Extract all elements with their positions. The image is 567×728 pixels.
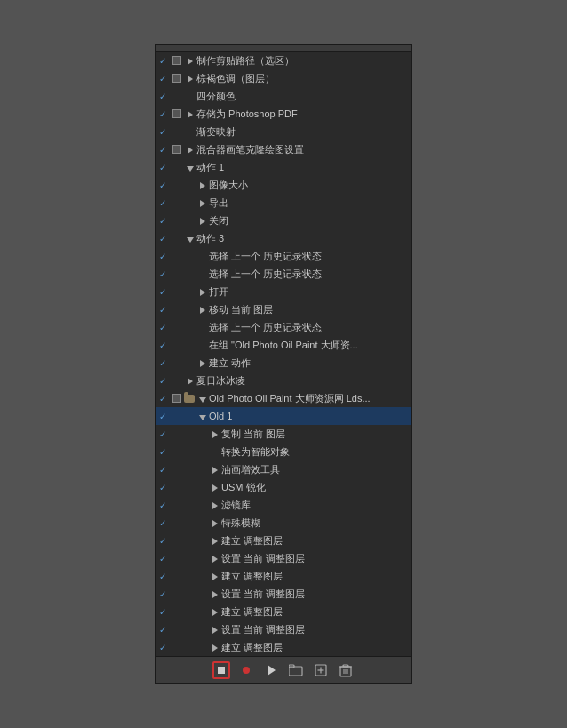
expand-col-r18[interactable]: [196, 355, 209, 371]
triangle-right-icon: [188, 76, 193, 83]
action-row-r19[interactable]: ✓夏日冰冰凌: [156, 372, 411, 389]
expand-col-r22[interactable]: [209, 426, 221, 442]
record-button[interactable]: [237, 661, 255, 679]
check-mark-r7: ✓: [156, 163, 170, 172]
delete-button[interactable]: [337, 661, 355, 679]
triangle-down-icon: [199, 397, 206, 403]
expand-col-r26[interactable]: [209, 497, 221, 513]
action-row-r27[interactable]: ✓特殊模糊: [156, 514, 411, 532]
expand-col-r6[interactable]: [184, 141, 196, 157]
check-mark-r29: ✓: [156, 554, 170, 564]
action-row-r26[interactable]: ✓滤镜库: [156, 496, 411, 514]
expand-col-r24[interactable]: [209, 461, 221, 477]
expand-col-r21[interactable]: [196, 408, 209, 424]
action-icon-r1: [172, 56, 181, 65]
action-row-r8[interactable]: ✓图像大小: [156, 176, 411, 194]
action-row-r20[interactable]: ✓Old Photo Oil Paint 大师资源网 Lds...: [156, 389, 411, 407]
expand-col-r32[interactable]: [209, 604, 221, 620]
action-row-r34[interactable]: ✓建立 调整图层: [156, 638, 411, 656]
action-row-r13[interactable]: ✓选择 上一个 历史记录状态: [156, 265, 411, 283]
expand-col-r9[interactable]: [196, 195, 209, 211]
action-row-r23[interactable]: ✓转换为智能对象: [156, 443, 411, 460]
expand-col-r34[interactable]: [209, 639, 221, 655]
row-label-r20: Old Photo Oil Paint 大师资源网 Lds...: [209, 392, 408, 405]
action-row-r25[interactable]: ✓USM 锐化: [156, 478, 411, 496]
rect-col-r2: [170, 70, 184, 86]
check-mark-r19: ✓: [156, 376, 170, 386]
expand-col-r7[interactable]: [184, 159, 196, 175]
new-action-button[interactable]: [312, 661, 330, 679]
expand-col-r25[interactable]: [209, 479, 221, 495]
rect-col-r1: [170, 52, 184, 68]
action-row-r16[interactable]: ✓选择 上一个 历史记录状态: [156, 318, 411, 336]
action-row-r4[interactable]: ✓存储为 Photoshop PDF: [156, 105, 411, 123]
expand-col-r2[interactable]: [184, 70, 196, 86]
check-mark-r18: ✓: [156, 358, 170, 368]
action-row-r30[interactable]: ✓建立 调整图层: [156, 567, 411, 585]
action-row-r5[interactable]: ✓渐变映射: [156, 123, 411, 140]
action-row-r29[interactable]: ✓设置 当前 调整图层: [156, 549, 411, 567]
action-row-r21[interactable]: ✓Old 1: [156, 407, 411, 425]
expand-col-r11[interactable]: [184, 230, 196, 246]
expand-col-r27[interactable]: [209, 515, 221, 531]
action-icon-r20: [172, 394, 181, 403]
expand-col-r28[interactable]: [209, 532, 221, 548]
action-row-r28[interactable]: ✓建立 调整图层: [156, 532, 411, 549]
folder-create-icon: [289, 664, 303, 676]
expand-col-r4[interactable]: [184, 106, 196, 122]
check-mark-r10: ✓: [156, 216, 170, 226]
expand-col-r19[interactable]: [184, 372, 196, 388]
expand-col-r30[interactable]: [209, 568, 221, 584]
action-row-r3[interactable]: ✓四分颜色: [156, 87, 411, 105]
check-mark-r32: ✓: [156, 607, 170, 617]
record-icon: [243, 667, 250, 674]
action-row-r7[interactable]: ✓动作 1: [156, 158, 411, 176]
action-row-r10[interactable]: ✓关闭: [156, 212, 411, 229]
check-mark-r31: ✓: [156, 589, 170, 599]
row-label-r14: 打开: [209, 285, 408, 299]
action-row-r2[interactable]: ✓棕褐色调（图层）: [156, 69, 411, 87]
expand-col-r20[interactable]: [196, 390, 209, 406]
check-mark-r2: ✓: [156, 74, 170, 84]
triangle-right-icon: [212, 573, 218, 580]
action-row-r6[interactable]: ✓混合器画笔克隆绘图设置: [156, 140, 411, 158]
action-row-r9[interactable]: ✓导出: [156, 194, 411, 212]
play-button[interactable]: [262, 661, 280, 679]
action-row-r33[interactable]: ✓设置 当前 调整图层: [156, 620, 411, 638]
row-label-r26: 滤镜库: [221, 499, 408, 512]
new-action-icon: [315, 664, 327, 676]
action-row-r24[interactable]: ✓油画增效工具: [156, 460, 411, 478]
action-row-r31[interactable]: ✓设置 当前 调整图层: [156, 585, 411, 603]
expand-col-r15[interactable]: [196, 301, 209, 317]
row-label-r7: 动作 1: [196, 161, 408, 174]
row-label-r5: 渐变映射: [196, 125, 408, 139]
triangle-right-icon: [212, 520, 218, 527]
new-folder-button[interactable]: [287, 661, 305, 679]
expand-col-r10[interactable]: [196, 212, 209, 228]
action-row-r15[interactable]: ✓移动 当前 图层: [156, 300, 411, 318]
triangle-right-icon: [200, 200, 205, 207]
action-row-r22[interactable]: ✓复制 当前 图层: [156, 425, 411, 443]
action-row-r18[interactable]: ✓建立 动作: [156, 354, 411, 372]
row-label-r29: 设置 当前 调整图层: [221, 552, 408, 565]
action-row-r12[interactable]: ✓选择 上一个 历史记录状态: [156, 247, 411, 265]
expand-col-r1[interactable]: [184, 52, 196, 68]
expand-col-r8[interactable]: [196, 177, 209, 193]
action-row-r11[interactable]: ✓动作 3: [156, 229, 411, 247]
expand-col-r33[interactable]: [209, 621, 221, 637]
action-row-r14[interactable]: ✓打开: [156, 283, 411, 300]
expand-col-r29[interactable]: [209, 550, 221, 566]
action-row-r1[interactable]: ✓制作剪贴路径（选区）: [156, 52, 411, 69]
expand-col-r14[interactable]: [196, 284, 209, 300]
action-row-r17[interactable]: ✓在组 "Old Photo Oil Paint 大师资...: [156, 336, 411, 354]
actions-list: ✓制作剪贴路径（选区）✓棕褐色调（图层）✓四分颜色✓存储为 Photoshop …: [156, 52, 411, 656]
triangle-right-icon: [212, 502, 218, 509]
check-mark-r14: ✓: [156, 287, 170, 297]
row-label-r4: 存储为 Photoshop PDF: [196, 108, 408, 121]
action-row-r32[interactable]: ✓建立 调整图层: [156, 603, 411, 620]
folder-icon-r20: [184, 395, 195, 403]
stop-button[interactable]: [212, 661, 230, 679]
triangle-right-icon: [200, 218, 205, 225]
triangle-right-icon: [212, 556, 218, 563]
expand-col-r31[interactable]: [209, 586, 221, 602]
